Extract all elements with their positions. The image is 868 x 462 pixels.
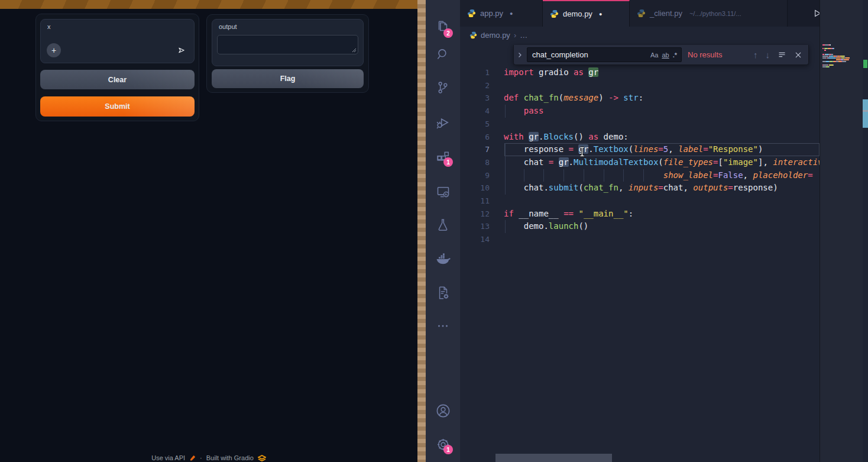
modified-dot-icon[interactable]: ● <box>510 11 513 17</box>
line-number: 11 <box>460 195 490 208</box>
minimap-line <box>822 57 861 59</box>
minimap-segment <box>836 59 840 60</box>
explorer-badge: 2 <box>443 28 453 38</box>
resize-handle-icon[interactable] <box>352 48 357 53</box>
tab-app-py[interactable]: app.py ● <box>460 0 543 27</box>
code-line: 13 demo.launch() <box>460 220 820 233</box>
minimap-line <box>822 59 861 60</box>
code-line: 5 <box>460 118 820 131</box>
find-in-selection-icon[interactable] <box>778 50 786 59</box>
code-text: chat.submit(chat_fn, inputs=chat, output… <box>504 182 778 195</box>
minimap-segment <box>823 64 827 66</box>
line-number: 13 <box>460 220 490 233</box>
minimap-segment <box>834 48 834 49</box>
use-via-api-link[interactable]: Use via API <box>151 454 185 461</box>
output-card: output Flag <box>206 14 369 93</box>
clear-button[interactable]: Clear <box>40 70 195 89</box>
minimap-segment <box>846 57 850 59</box>
breadcrumb-more[interactable]: … <box>520 31 527 40</box>
find-results-status: No results <box>688 50 723 59</box>
line-number: 2 <box>460 79 490 92</box>
vscode-window: 2 <box>426 0 868 462</box>
code-text: with gr.Blocks() as demo: <box>504 131 629 144</box>
line-number: 3 <box>460 92 490 105</box>
code-editor[interactable]: 1import gradio as gr23def chat_fn(messag… <box>460 66 820 267</box>
code-text: chat = gr.MultimodalTextbox(file_types=[… <box>504 156 820 169</box>
remote-explorer-icon[interactable] <box>426 179 460 203</box>
toggle-replace-chevron-icon[interactable] <box>516 51 523 59</box>
minimap-line <box>822 61 861 62</box>
modified-dot-icon[interactable]: ● <box>599 11 602 17</box>
output-textarea[interactable] <box>217 35 358 54</box>
minimap-line <box>822 44 861 46</box>
input-card: x + Clear Submit <box>35 14 199 121</box>
x-multimodal-textbox[interactable]: x + <box>40 19 195 63</box>
code-line: 4 pass <box>460 105 820 118</box>
minimap-line <box>822 64 861 66</box>
minimap[interactable] <box>820 0 863 462</box>
run-debug-icon[interactable] <box>426 111 460 134</box>
testing-flask-icon[interactable] <box>426 213 460 237</box>
close-find-icon[interactable] <box>794 51 802 59</box>
code-line: 9 show_label=False, placeholder= <box>460 169 820 182</box>
attach-file-button[interactable]: + <box>47 43 61 57</box>
python-file-icon <box>467 9 476 18</box>
next-match-icon[interactable]: ↓ <box>766 50 770 60</box>
settings-gear-icon[interactable] <box>426 432 460 456</box>
x-label: x <box>47 23 51 30</box>
horizontal-scrollbar[interactable] <box>495 454 612 462</box>
minimap-segment <box>824 50 826 51</box>
tab-strip: app.py ● demo.py ● _client.py ~/.../pyth… <box>460 0 868 27</box>
code-text: import gradio as gr <box>504 66 598 79</box>
plus-icon: + <box>51 46 56 55</box>
activity-bar: 2 <box>426 0 460 462</box>
minimap-segment <box>830 44 830 46</box>
line-number: 1 <box>460 66 490 79</box>
minimap-line <box>822 48 861 49</box>
minimap-segment <box>822 56 828 57</box>
flag-button[interactable]: Flag <box>212 69 364 88</box>
docker-icon[interactable] <box>426 247 460 271</box>
breadcrumb-file[interactable]: demo.py <box>481 31 510 40</box>
tab-demo-py[interactable]: demo.py ● <box>543 0 630 27</box>
extensions-icon[interactable] <box>426 146 460 169</box>
code-line: 11 <box>460 195 820 208</box>
line-number: 9 <box>460 169 490 182</box>
account-icon[interactable] <box>426 399 460 422</box>
whole-word-icon[interactable]: ab <box>660 51 671 59</box>
explorer-icon[interactable] <box>426 15 460 38</box>
python-file-icon <box>637 9 646 18</box>
overview-mark-cyan <box>863 99 868 128</box>
minimap-line <box>822 56 861 57</box>
minimap-segment <box>822 54 824 55</box>
line-number: 4 <box>460 105 490 118</box>
minimap-segment <box>828 57 835 59</box>
code-line: 8 chat = gr.MultimodalTextbox(file_types… <box>460 156 820 169</box>
more-views-icon[interactable] <box>426 314 460 338</box>
minimap-line <box>822 66 861 67</box>
minimap-segment <box>842 61 846 62</box>
code-text: if __name__ == "__main__": <box>504 208 633 221</box>
line-number: 5 <box>460 118 490 131</box>
extensions-badge: 1 <box>443 157 453 167</box>
submit-button[interactable]: Submit <box>40 96 195 117</box>
minimap-segment <box>833 64 834 66</box>
python-file-icon <box>469 31 477 39</box>
regex-icon[interactable]: .* <box>671 51 679 59</box>
code-line: 12if __name__ == "__main__": <box>460 208 820 221</box>
code-line: 10 chat.submit(chat_fn, inputs=chat, out… <box>460 182 820 195</box>
output-label: output <box>219 23 237 30</box>
search-icon[interactable] <box>426 43 460 66</box>
previous-match-icon[interactable]: ↑ <box>753 50 758 60</box>
send-button[interactable] <box>174 43 189 57</box>
tab-client-py[interactable]: _client.py ~/.../python3.11/... <box>630 0 788 27</box>
breadcrumb[interactable]: demo.py › … <box>460 27 527 43</box>
find-input[interactable]: chat_completion Aa ab .* <box>527 47 682 62</box>
file-settings-icon[interactable] <box>426 281 460 305</box>
code-text: pass <box>504 105 543 118</box>
source-control-icon[interactable] <box>426 76 460 99</box>
rocket-icon <box>189 455 196 461</box>
line-number: 14 <box>460 233 490 246</box>
built-with-gradio-link[interactable]: Built with Gradio <box>206 454 254 461</box>
match-case-icon[interactable]: Aa <box>649 51 660 59</box>
